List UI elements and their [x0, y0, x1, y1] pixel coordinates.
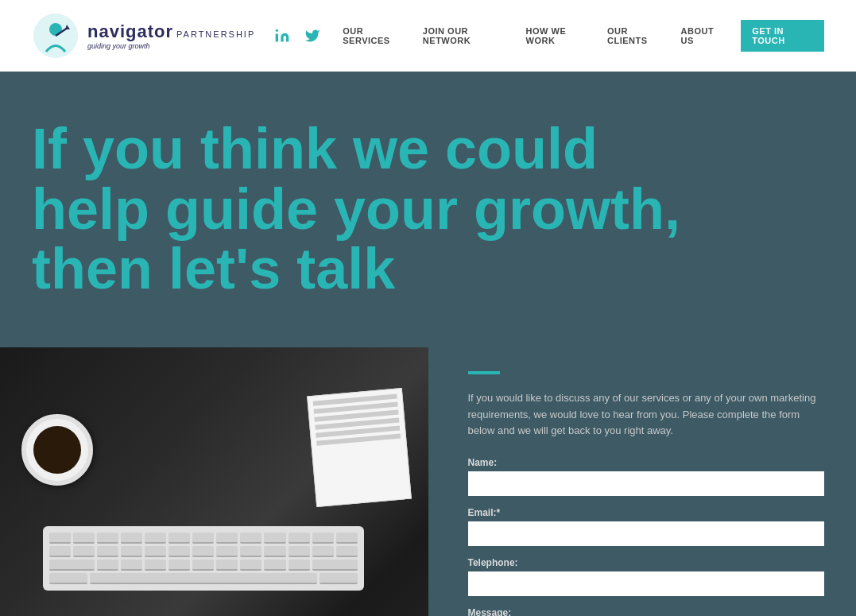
telephone-field-group: Telephone:	[468, 557, 825, 596]
logo-tagline: guiding your growth	[87, 42, 255, 50]
message-field-group: Message:	[468, 607, 825, 616]
svg-rect-3	[276, 34, 278, 42]
name-field-group: Name:	[468, 457, 825, 496]
contact-form-section: If you would like to discuss any of our …	[428, 347, 857, 616]
nav-about-us[interactable]: ABOUT US	[681, 26, 726, 45]
section-divider	[468, 371, 500, 374]
social-icons	[271, 25, 323, 47]
name-input[interactable]	[468, 471, 825, 496]
telephone-label: Telephone:	[468, 557, 825, 568]
logo-area: navigator partnership guiding your growt…	[32, 12, 255, 60]
linkedin-icon[interactable]	[271, 25, 293, 47]
twitter-icon[interactable]	[301, 25, 323, 47]
main-nav: OUR SERVICES JOIN OUR NETWORK HOW WE WOR…	[255, 20, 824, 52]
email-field-group: Email:*	[468, 507, 825, 546]
nav-links: OUR SERVICES JOIN OUR NETWORK HOW WE WOR…	[343, 20, 824, 52]
telephone-input[interactable]	[468, 571, 825, 596]
nav-our-clients[interactable]: OUR CLIENTS	[607, 26, 665, 45]
contact-form: Name: Email:* Telephone: Message: SEND	[468, 457, 825, 616]
nav-our-services[interactable]: OUR SERVICES	[343, 26, 407, 45]
logo-name: navigator	[87, 21, 173, 42]
logo-text: navigator partnership guiding your growt…	[87, 21, 255, 50]
logo-icon	[32, 12, 79, 60]
main-content: If you would like to discuss any of our …	[0, 347, 856, 616]
hero-section: If you think we could help guide your gr…	[0, 72, 856, 347]
site-header: navigator partnership guiding your growt…	[0, 0, 856, 72]
nav-join-network[interactable]: JOIN OUR NETWORK	[423, 26, 510, 45]
email-input[interactable]	[468, 521, 825, 546]
desk-photo	[0, 347, 428, 616]
desk-image-section	[0, 347, 428, 616]
nav-how-we-work[interactable]: HOW WE WORK	[526, 26, 592, 45]
svg-point-4	[276, 29, 278, 32]
nav-get-in-touch[interactable]: GET IN TOUCH	[741, 20, 824, 52]
message-label: Message:	[468, 607, 825, 616]
hero-heading: If you think we could help guide your gr…	[32, 119, 715, 300]
notebook-decoration	[307, 388, 412, 507]
form-description: If you would like to discuss any of our …	[468, 390, 825, 440]
logo-partnership: partnership	[176, 29, 255, 39]
email-label: Email:*	[468, 507, 825, 518]
coffee-cup-decoration	[21, 414, 93, 486]
name-label: Name:	[468, 457, 825, 468]
